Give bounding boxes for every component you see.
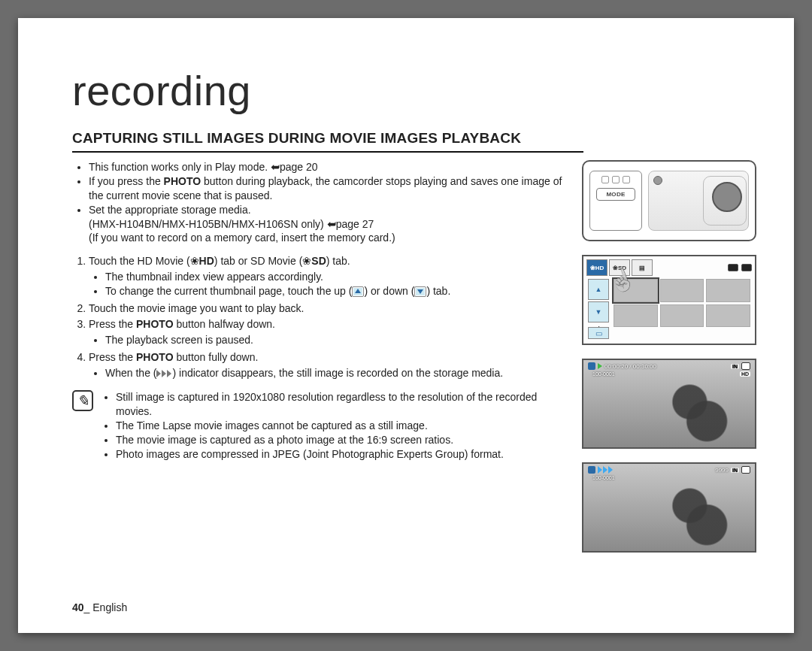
storage-icon: ▭ <box>588 327 609 339</box>
content-row: This function works only in Play mode. ➥… <box>72 160 756 553</box>
footer-language: English <box>92 601 127 613</box>
tab-photo: ▤ <box>632 259 653 276</box>
video-quality-icon <box>588 362 595 370</box>
in-badge: IN <box>731 364 739 369</box>
intro-item-2: If you press the PHOTO button during pla… <box>89 174 564 203</box>
thumbnail-nav: ▲ ▼ 1 / 2 <box>588 279 609 335</box>
nav-down-icon: ▼ <box>588 301 609 322</box>
text: ) tab. <box>326 255 350 267</box>
thumbnail-item <box>614 279 658 302</box>
text: page 20 <box>280 161 318 173</box>
step-1: Touch the HD Movie (❀HD) tab or SD Movie… <box>89 254 564 298</box>
page-number: 40 <box>72 601 84 613</box>
camcorder-panel: MODE <box>589 171 642 231</box>
thumbnail-grid <box>614 279 750 327</box>
battery-icon <box>741 264 752 271</box>
photo-button-label: PHOTO <box>136 318 174 330</box>
text: page 27 <box>336 218 374 230</box>
figure-thumbnail-screen: ❀ HD ❀ SD ▤ ▲ ▼ 1 / 2 <box>582 255 756 345</box>
step-1-sub-1: The thumbnail index view appears accordi… <box>105 270 564 284</box>
step-2: Touch the movie image you want to play b… <box>89 301 564 316</box>
text: Set the appropriate storage media. <box>89 204 251 216</box>
thumbnail-item <box>706 304 750 328</box>
thumbnail-tabs: ❀ HD ❀ SD ▤ <box>586 259 752 276</box>
in-badge: IN <box>731 468 739 473</box>
step-3-sublist: The playback screen is paused. <box>89 333 564 347</box>
note-3: The movie image is captured as a photo i… <box>116 433 564 447</box>
video-quality-icon <box>588 466 595 474</box>
fast-forward-icon <box>598 466 614 474</box>
step-3: Press the PHOTO button halfway down. The… <box>89 317 564 347</box>
note-icon: ✎ <box>72 390 93 411</box>
text: (HMX-H104BN/HMX-H105BN/HMX-H106SN only) <box>89 218 327 230</box>
folder-number: 100-0001 <box>592 475 615 480</box>
panel-icon <box>612 176 620 183</box>
text: button halfway down. <box>174 318 275 330</box>
manual-page: recording CAPTURING STILL IMAGES DURING … <box>18 18 794 633</box>
intro-item-3: Set the appropriate storage media. (HMX-… <box>89 203 564 246</box>
step-1-sub-2: To change the current thumbnail page, to… <box>105 284 564 298</box>
mode-button: MODE <box>596 188 635 201</box>
battery-icon <box>741 466 750 474</box>
fast-forward-icon <box>156 370 172 377</box>
note-1: Still image is captured in 1920x1080 res… <box>116 390 564 419</box>
playback-overlay: 9999 IN <box>588 466 750 474</box>
camcorder-body <box>648 171 749 231</box>
intro-item-1: This function works only in Play mode. ➥… <box>89 160 564 174</box>
thumbnail-item <box>660 304 704 328</box>
step-1-sublist: The thumbnail index view appears accordi… <box>89 270 564 298</box>
page-ref-arrow-icon: ➥ <box>271 160 280 174</box>
panel-icon <box>601 176 609 183</box>
text: ) or down ( <box>364 285 414 297</box>
section-title: recording <box>72 66 756 115</box>
text: Press the <box>89 318 136 330</box>
nav-up-icon: ▲ <box>588 279 609 300</box>
photo-button-label: PHOTO <box>164 175 201 187</box>
remaining-count: 9999 <box>715 467 729 474</box>
tab-hd: ❀ HD <box>586 259 607 276</box>
figure-playback-playing: 00:00:20 / 00:30:00 IN 100-0001 HD <box>582 359 756 449</box>
text: To change the current thumbnail page, to… <box>105 285 352 297</box>
panel-icon <box>623 176 630 183</box>
folder-number: 100-0001 <box>592 371 615 377</box>
figure-playback-captured: 9999 IN 100-0001 <box>582 462 756 553</box>
step-4-sublist: When the () indicator disappears, the st… <box>89 366 564 380</box>
thumbnail-item <box>660 279 704 302</box>
page-heading: CAPTURING STILL IMAGES DURING MOVIE IMAG… <box>72 130 583 153</box>
tab-sd-label: SD <box>618 265 626 271</box>
figure-camcorder: MODE <box>582 160 756 241</box>
step-3-sub-1: The playback screen is paused. <box>105 333 564 347</box>
in-badge-icon <box>728 264 738 271</box>
thumbnail-item <box>614 304 658 328</box>
steps-list: Touch the HD Movie (❀HD) tab or SD Movie… <box>72 254 564 380</box>
thumbnail-item <box>706 279 750 302</box>
camcorder-lens <box>712 182 742 212</box>
step-4-sub-1: When the () indicator disappears, the st… <box>105 366 564 380</box>
thumbnail-status-icons <box>654 259 752 276</box>
text: If you press the <box>89 175 164 187</box>
note-2: The Time Lapse movie images cannot be ca… <box>116 419 564 433</box>
text: Touch the HD Movie ( <box>89 255 190 267</box>
tab-sd: ❀ SD <box>609 259 630 276</box>
playback-overlay: 00:00:20 / 00:30:00 IN <box>588 362 750 370</box>
right-column: MODE ❀ HD ❀ SD ▤ <box>582 160 756 553</box>
text: When the ( <box>105 367 156 379</box>
intro-list: This function works only in Play mode. ➥… <box>72 160 564 245</box>
text: ) tab. <box>426 285 450 297</box>
text: ) indicator disappears, the still image … <box>172 367 503 379</box>
battery-icon <box>741 362 750 370</box>
note-4: Photo images are compressed in JPEG (Joi… <box>116 447 564 462</box>
step-4: Press the PHOTO button fully down. When … <box>89 350 564 380</box>
tab-hd-label: HD <box>595 265 604 271</box>
panel-icons <box>596 176 635 183</box>
page-footer: 40_ English <box>72 601 127 613</box>
text: button fully down. <box>174 351 259 363</box>
photo-button-label: PHOTO <box>136 351 174 363</box>
text: (If you want to record on a memory card,… <box>89 232 395 244</box>
playback-time: 00:00:20 / 00:30:00 <box>604 363 656 370</box>
note-list: Still image is captured in 1920x1080 res… <box>102 390 564 461</box>
text: ) tab or SD Movie ( <box>214 255 302 267</box>
page-ref-arrow-icon: ➥ <box>327 217 336 232</box>
left-column: This function works only in Play mode. ➥… <box>72 160 564 553</box>
hd-label: HD <box>199 255 214 267</box>
